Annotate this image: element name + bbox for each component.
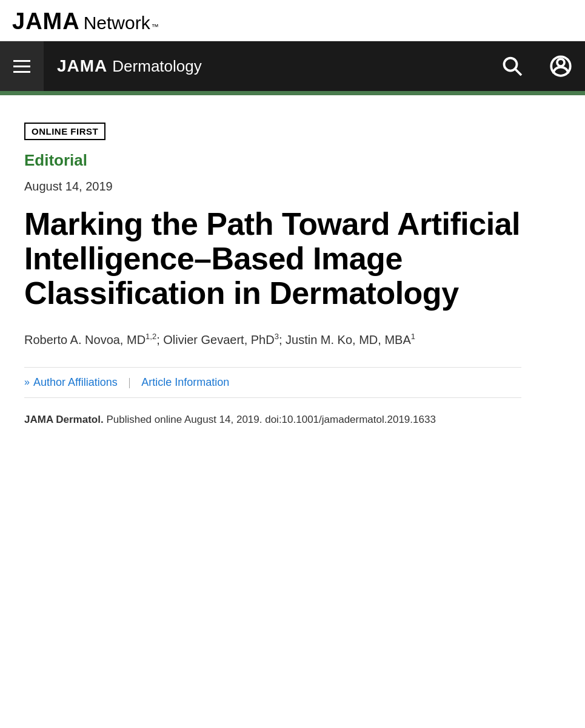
article-information-label: Article Information [141, 376, 229, 389]
nav-journal-title: JAMA Dermatology [44, 56, 202, 76]
top-bar: JAMA Network ™ [0, 0, 585, 41]
author-1-name: Roberto A. Novoa, MD [24, 333, 145, 346]
logo-jama-text: JAMA [12, 8, 80, 35]
svg-point-2 [557, 59, 564, 66]
article-citation: JAMA Dermatol. Published online August 1… [24, 411, 521, 428]
article-information-link[interactable]: Article Information [141, 376, 229, 389]
search-icon [501, 55, 523, 77]
links-divider: | [129, 376, 131, 389]
chevron-double-icon: » [24, 377, 30, 388]
author-affiliations-link[interactable]: » Author Affiliations [24, 376, 118, 389]
nav-dermatology-text: Dermatology [112, 57, 201, 76]
citation-journal: JAMA Dermatol. [24, 414, 104, 425]
article-authors: Roberto A. Novoa, MD1,2; Olivier Gevaert… [24, 331, 521, 349]
svg-line-1 [515, 69, 521, 75]
search-button[interactable] [488, 41, 537, 91]
citation-text: Published online August 14, 2019. doi:10… [104, 414, 436, 425]
author-1-sup: 1,2 [145, 332, 156, 341]
hamburger-menu-button[interactable] [0, 41, 44, 91]
logo-network-text: Network [84, 13, 150, 33]
hamburger-line-3 [13, 71, 30, 73]
author-2-sup: 3 [275, 332, 279, 341]
accent-bar [0, 91, 585, 95]
author-separator-1: ; Olivier Gevaert, PhD [156, 333, 275, 346]
nav-bar: JAMA Dermatology [0, 41, 585, 91]
links-row: » Author Affiliations | Article Informat… [24, 367, 521, 398]
article-date: August 14, 2019 [24, 180, 521, 194]
account-button[interactable] [537, 41, 585, 91]
jama-network-logo: JAMA Network ™ [12, 8, 159, 35]
author-separator-2: ; Justin M. Ko, MD, MBA [279, 333, 411, 346]
svg-point-0 [504, 58, 517, 71]
online-first-badge: ONLINE FIRST [24, 123, 105, 140]
author-3-sup: 1 [411, 332, 415, 341]
hamburger-line-1 [13, 60, 30, 62]
author-affiliations-label: Author Affiliations [33, 376, 118, 389]
nav-jama-text: JAMA [57, 56, 107, 76]
nav-right [488, 41, 585, 91]
article-type: Editorial [24, 151, 521, 170]
hamburger-line-2 [13, 66, 30, 67]
article-content: ONLINE FIRST Editorial August 14, 2019 M… [0, 95, 546, 464]
article-title: Marking the Path Toward Artificial Intel… [24, 207, 521, 311]
account-icon [550, 55, 572, 77]
nav-left: JAMA Dermatology [0, 41, 202, 91]
logo-tm-text: ™ [152, 22, 159, 31]
